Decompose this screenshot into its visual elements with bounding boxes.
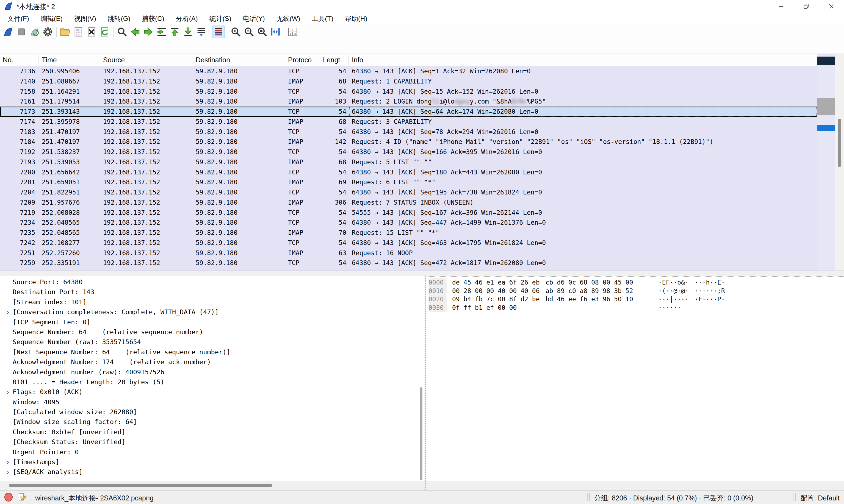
menu-item-8[interactable]: 无线(W) — [271, 12, 306, 25]
titlebar[interactable]: *本地连接* 2 — [0, 0, 844, 12]
detail-line[interactable]: [Checksum Status: Unverified] — [0, 437, 420, 447]
packet-list-scrollbar[interactable] — [817, 54, 835, 271]
packet-row[interactable]: 7200251.656642192.168.137.15259.82.9.180… — [0, 167, 817, 177]
minimize-button[interactable] — [768, 0, 793, 12]
detail-line[interactable]: ›Flags: 0x010 (ACK) — [0, 387, 420, 397]
start-capture-button[interactable] — [2, 25, 15, 38]
detail-line[interactable]: Acknowledgment number (raw): 4009157526 — [0, 367, 420, 377]
profile-button[interactable]: 配置: Default — [800, 493, 840, 503]
hex-row[interactable]: 00300f ff b1 ef 00 00······ — [426, 304, 844, 312]
detail-line[interactable]: 0101 .... = Header Length: 20 bytes (5) — [0, 377, 420, 387]
zoom-normal-button[interactable] — [256, 25, 268, 38]
column-header-destination[interactable]: Destination — [196, 54, 230, 66]
menu-item-5[interactable]: 分析(A) — [170, 12, 204, 25]
menu-item-1[interactable]: 编辑(E) — [35, 12, 68, 25]
go-to-packet-button[interactable] — [155, 25, 168, 38]
go-forward-button[interactable] — [142, 25, 155, 38]
open-file-button[interactable] — [59, 25, 71, 38]
packet-row[interactable]: 7158251.164291192.168.137.15259.82.9.180… — [0, 87, 817, 97]
close-button[interactable] — [819, 0, 844, 12]
column-header-time[interactable]: Time — [42, 54, 57, 66]
vertical-scrollbar-thumb[interactable] — [838, 119, 841, 167]
find-packet-button[interactable] — [116, 25, 128, 38]
expert-info-icon[interactable] — [4, 493, 13, 502]
detail-line[interactable]: Checksum: 0xb1ef [unverified] — [0, 427, 420, 437]
column-divider[interactable] — [286, 55, 286, 65]
menu-item-10[interactable]: 帮助(H) — [339, 12, 373, 25]
hex-row[interactable]: 002009 b4 fb 7c 00 8f d2 bebd 46 ee f6 e… — [426, 295, 844, 304]
column-header-source[interactable]: Source — [103, 54, 125, 66]
details-scrollbar-thumb[interactable] — [420, 387, 422, 480]
packet-row[interactable]: 7242252.108277192.168.137.15259.82.9.180… — [0, 238, 817, 248]
detail-line[interactable]: Sequence Number: 64 (relative sequence n… — [0, 327, 420, 337]
packet-row[interactable]: 7174251.395978192.168.137.15259.82.9.180… — [0, 117, 817, 127]
close-file-button[interactable] — [85, 25, 98, 38]
detail-line[interactable]: [Next Sequence Number: 64 (relative sequ… — [0, 347, 420, 357]
packet-row[interactable]: 7235252.048565192.168.137.15259.82.9.180… — [0, 228, 817, 238]
packet-row[interactable]: 7184251.470197192.168.137.15259.82.9.180… — [0, 137, 817, 147]
packet-row[interactable]: 7209251.957676192.168.137.15259.82.9.180… — [0, 197, 817, 208]
packet-row[interactable]: 7201251.659051192.168.137.15259.82.9.180… — [0, 177, 817, 187]
detail-line[interactable]: Acknowledgment Number: 174 (relative ack… — [0, 357, 420, 367]
menu-item-4[interactable]: 捕获(C) — [136, 12, 170, 25]
detail-line[interactable]: ›[Timestamps] — [0, 457, 420, 467]
menu-item-7[interactable]: 电话(Y) — [237, 12, 271, 25]
detail-line[interactable]: Sequence Number (raw): 3535715654 — [0, 337, 420, 347]
stop-capture-button[interactable] — [15, 25, 28, 38]
packet-row-selected[interactable]: 7173251.393143192.168.137.15259.82.9.180… — [0, 107, 817, 117]
column-header-info[interactable]: Info — [352, 54, 363, 66]
detail-line[interactable]: Source Port: 64380 — [0, 277, 420, 287]
column-header-lengt[interactable]: Lengt — [323, 54, 340, 66]
menu-item-2[interactable]: 视图(V) — [68, 12, 102, 25]
packet-row[interactable]: 7183251.470197192.168.137.15259.82.9.180… — [0, 127, 817, 137]
detail-line[interactable]: Destination Port: 143 — [0, 287, 420, 297]
colorize-packets-button[interactable] — [212, 25, 225, 38]
zoom-in-button[interactable] — [229, 25, 242, 38]
resize-columns-button[interactable] — [269, 25, 282, 38]
auto-scroll-button[interactable] — [195, 25, 208, 38]
packet-row[interactable]: 7251252.257260192.168.137.15259.82.9.180… — [0, 248, 817, 258]
go-to-bottom-button[interactable] — [182, 25, 194, 38]
detail-line[interactable]: Urgent Pointer: 0 — [0, 447, 420, 457]
column-divider[interactable] — [101, 55, 101, 65]
detail-line[interactable]: ›[SEQ/ACK analysis] — [0, 467, 420, 477]
hex-row[interactable]: 0000de 45 46 e1 ea 6f 26 ebcb d6 0c 68 0… — [426, 278, 844, 287]
column-divider[interactable] — [38, 55, 38, 65]
packet-row[interactable]: 7204251.822951192.168.137.15259.82.9.180… — [0, 187, 817, 197]
capture-options-button[interactable] — [41, 25, 54, 38]
minimap-view-thumb[interactable] — [817, 98, 835, 115]
details-hscroll-thumb[interactable] — [9, 484, 272, 487]
column-divider[interactable] — [348, 55, 349, 65]
reload-file-button[interactable] — [99, 25, 111, 38]
detail-line[interactable]: [TCP Segment Len: 0] — [0, 317, 420, 327]
pane-splitter[interactable] — [0, 271, 844, 276]
packet-row[interactable]: 7260252.335191192.168.137.15259.82.9.180… — [0, 268, 817, 271]
packet-row[interactable]: 7161251.179514192.168.137.15259.82.9.180… — [0, 96, 817, 107]
detail-line[interactable]: [Calculated window size: 262080] — [0, 407, 420, 417]
restore-button[interactable] — [793, 0, 819, 12]
detail-line[interactable]: [Window size scaling factor: 64] — [0, 417, 420, 427]
packet-row[interactable]: 7192251.538237192.168.137.15259.82.9.180… — [0, 147, 817, 157]
column-header-no[interactable]: No. — [3, 54, 14, 66]
packet-row[interactable]: 7219252.008028192.168.137.15259.82.9.180… — [0, 208, 817, 218]
column-divider[interactable] — [321, 55, 321, 65]
menu-item-9[interactable]: 工具(T) — [306, 12, 339, 25]
menu-item-0[interactable]: 文件(F) — [2, 12, 35, 25]
detail-line[interactable]: Window: 4095 — [0, 397, 420, 407]
detail-line[interactable]: ›[Conversation completeness: Complete, W… — [0, 307, 420, 317]
packet-row[interactable]: 7193251.539053192.168.137.15259.82.9.180… — [0, 157, 817, 167]
packet-row[interactable]: 7136250.995406192.168.137.15259.82.9.180… — [0, 66, 817, 76]
restart-capture-button[interactable] — [28, 25, 41, 38]
column-header-protoco[interactable]: Protoco — [288, 54, 312, 66]
menu-item-6[interactable]: 统计(S) — [204, 12, 237, 25]
capture-comment-icon[interactable] — [18, 492, 27, 502]
go-to-top-button[interactable] — [169, 25, 181, 38]
zoom-out-button[interactable] — [243, 25, 255, 38]
packet-row[interactable]: 7234252.048565192.168.137.15259.82.9.180… — [0, 218, 817, 228]
save-file-button[interactable]: 010101100011 — [72, 25, 85, 38]
detail-line[interactable]: [Stream index: 101] — [0, 297, 420, 307]
go-back-button[interactable] — [129, 25, 142, 38]
packet-row[interactable]: 7259252.335191192.168.137.15259.82.9.180… — [0, 258, 817, 268]
hex-row[interactable]: 001000 28 00 00 40 00 40 06ab 89 c0 a8 8… — [426, 287, 844, 295]
menu-item-3[interactable]: 跳转(G) — [102, 12, 136, 25]
